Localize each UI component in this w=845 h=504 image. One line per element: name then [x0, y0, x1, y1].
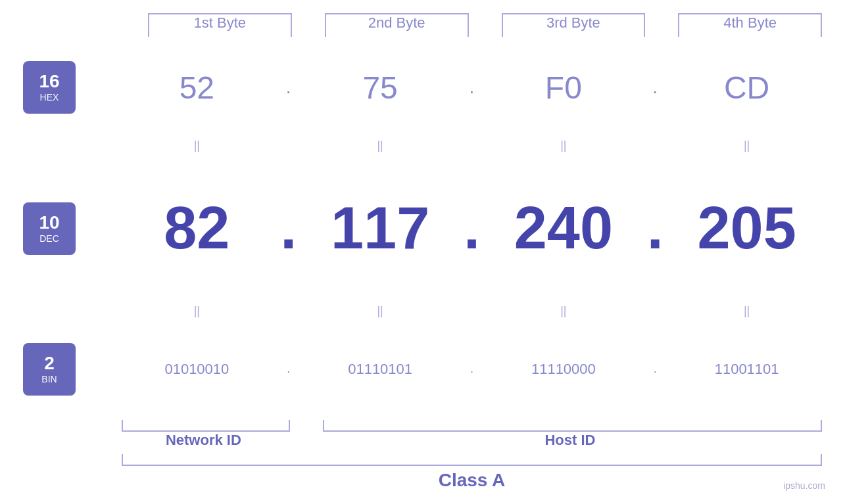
byte1-header: 1st Byte: [148, 13, 292, 37]
dec-byte1: 82: [118, 195, 276, 262]
eq2-b2: ||: [302, 304, 459, 318]
id-labels-row: Network ID Host ID: [20, 432, 825, 449]
host-id-label: Host ID: [315, 432, 825, 449]
dec-badge: 10 DEC: [23, 202, 76, 255]
bin-dot3: .: [642, 362, 668, 376]
eq1-b2: ||: [302, 139, 459, 152]
dec-byte3: 240: [485, 195, 642, 262]
bin-badge: 2 BIN: [23, 343, 76, 396]
network-id-bracket: [122, 420, 290, 432]
eq2-b3: ||: [485, 304, 642, 318]
dec-byte2: 117: [302, 195, 459, 262]
eq1-b3: ||: [485, 139, 642, 152]
bin-byte3: 11110000: [485, 361, 642, 378]
byte-headers-row: 1st Byte 2nd Byte 3rd Byte 4th Byte: [20, 13, 825, 37]
hex-dot1: .: [276, 77, 302, 98]
bin-byte1: 01010010: [118, 361, 276, 378]
network-id-label: Network ID: [118, 432, 289, 449]
equals-row-2: || || || ||: [20, 304, 825, 318]
bin-byte2: 01110101: [302, 361, 459, 378]
bin-row: 2 BIN 01010010 . 01110101 . 11110000 . 1…: [20, 318, 825, 420]
hex-row: 16 HEX 52 . 75 . F0 . CD: [20, 37, 825, 139]
hex-dot2: .: [459, 77, 485, 98]
hex-dot3: .: [642, 77, 668, 98]
main-container: 1st Byte 2nd Byte 3rd Byte 4th Byte 16 H…: [0, 0, 845, 504]
byte4-header: 4th Byte: [678, 13, 822, 37]
hex-byte2: 75: [302, 70, 459, 106]
class-label: Class A: [118, 470, 825, 491]
byte3-header: 3rd Byte: [502, 13, 646, 37]
equals-row-1: || || || ||: [20, 139, 825, 152]
dec-row: 10 DEC 82 . 117 . 240 . 205: [20, 152, 825, 305]
watermark: ipshu.com: [783, 480, 825, 491]
eq2-b1: ||: [118, 304, 276, 318]
bin-dot1: .: [276, 362, 302, 376]
hex-byte4: CD: [668, 70, 825, 106]
bin-dot2: .: [459, 362, 485, 376]
eq1-b1: ||: [118, 139, 276, 152]
class-bracket: [122, 454, 822, 466]
dec-byte4: 205: [668, 195, 825, 262]
host-id-bracket: [323, 420, 822, 432]
hex-byte3: F0: [485, 70, 642, 106]
eq1-b4: ||: [668, 139, 825, 152]
dec-dot1: .: [276, 195, 302, 262]
class-bracket-area: Class A: [20, 454, 825, 491]
eq2-b4: ||: [668, 304, 825, 318]
dec-dot2: .: [459, 195, 485, 262]
hex-byte1: 52: [118, 70, 276, 106]
bin-byte4: 11001101: [668, 361, 825, 378]
hex-badge: 16 HEX: [23, 61, 76, 114]
dec-dot3: .: [642, 195, 668, 262]
byte2-header: 2nd Byte: [325, 13, 469, 37]
bottom-bracket-row: [20, 420, 825, 432]
